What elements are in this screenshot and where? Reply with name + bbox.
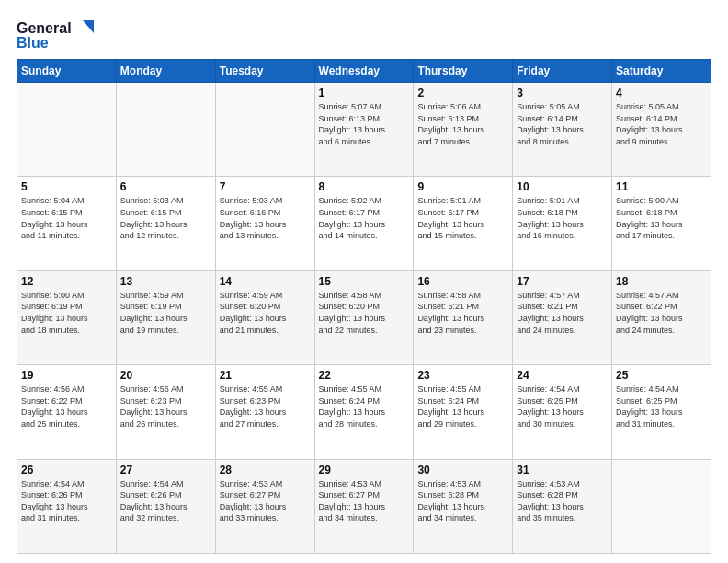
calendar-cell: 5Sunrise: 5:04 AMSunset: 6:15 PMDaylight… (17, 177, 117, 270)
day-info: Sunrise: 4:57 AMSunset: 6:22 PMDaylight:… (616, 290, 707, 336)
day-number: 4 (616, 86, 707, 99)
day-info: Sunrise: 4:54 AMSunset: 6:26 PMDaylight:… (120, 478, 211, 524)
day-number: 24 (517, 369, 608, 382)
day-info: Sunrise: 5:00 AMSunset: 6:19 PMDaylight:… (21, 290, 112, 336)
calendar-week-1: 1Sunrise: 5:07 AMSunset: 6:13 PMDaylight… (17, 83, 711, 177)
day-number: 28 (220, 464, 311, 477)
day-number: 30 (417, 464, 508, 477)
day-info: Sunrise: 4:53 AMSunset: 6:28 PMDaylight:… (517, 478, 608, 524)
day-number: 22 (319, 369, 410, 382)
day-number: 31 (517, 464, 608, 477)
day-number: 14 (220, 275, 311, 288)
calendar-cell: 26Sunrise: 4:54 AMSunset: 6:26 PMDayligh… (17, 459, 117, 553)
day-number: 26 (21, 464, 112, 477)
day-number: 10 (517, 180, 608, 193)
calendar-cell: 8Sunrise: 5:02 AMSunset: 6:17 PMDaylight… (314, 177, 414, 270)
day-info: Sunrise: 5:00 AMSunset: 6:18 PMDaylight:… (616, 195, 707, 241)
day-info: Sunrise: 4:59 AMSunset: 6:20 PMDaylight:… (220, 290, 311, 336)
day-number: 21 (220, 369, 311, 382)
day-number: 17 (517, 275, 608, 288)
calendar-cell: 31Sunrise: 4:53 AMSunset: 6:28 PMDayligh… (513, 459, 612, 553)
day-info: Sunrise: 5:07 AMSunset: 6:13 PMDaylight:… (319, 101, 410, 147)
weekday-header-row: SundayMondayTuesdayWednesdayThursdayFrid… (17, 60, 711, 83)
calendar-cell: 30Sunrise: 4:53 AMSunset: 6:28 PMDayligh… (414, 459, 513, 553)
calendar-cell: 9Sunrise: 5:01 AMSunset: 6:17 PMDaylight… (414, 177, 513, 270)
weekday-header-tuesday: Tuesday (215, 60, 314, 83)
calendar-cell: 12Sunrise: 5:00 AMSunset: 6:19 PMDayligh… (17, 270, 117, 364)
day-number: 25 (616, 369, 707, 382)
day-info: Sunrise: 5:04 AMSunset: 6:15 PMDaylight:… (21, 195, 112, 241)
svg-marker-2 (83, 20, 94, 33)
logo-svg: General Blue (17, 17, 99, 52)
calendar-cell: 23Sunrise: 4:55 AMSunset: 6:24 PMDayligh… (414, 365, 513, 459)
day-info: Sunrise: 5:06 AMSunset: 6:13 PMDaylight:… (417, 101, 508, 147)
calendar-cell (17, 83, 117, 177)
calendar-cell (215, 83, 314, 177)
day-number: 19 (21, 369, 112, 382)
day-info: Sunrise: 4:55 AMSunset: 6:23 PMDaylight:… (220, 384, 311, 430)
day-number: 23 (417, 369, 508, 382)
day-number: 13 (120, 275, 211, 288)
day-info: Sunrise: 5:02 AMSunset: 6:17 PMDaylight:… (319, 195, 410, 241)
calendar-cell: 17Sunrise: 4:57 AMSunset: 6:21 PMDayligh… (513, 270, 612, 364)
day-number: 6 (120, 180, 211, 193)
calendar-cell: 19Sunrise: 4:56 AMSunset: 6:22 PMDayligh… (17, 365, 117, 459)
calendar-cell: 22Sunrise: 4:55 AMSunset: 6:24 PMDayligh… (314, 365, 414, 459)
svg-text:Blue: Blue (17, 35, 49, 51)
calendar-cell: 1Sunrise: 5:07 AMSunset: 6:13 PMDaylight… (314, 83, 414, 177)
calendar-cell: 11Sunrise: 5:00 AMSunset: 6:18 PMDayligh… (612, 177, 711, 270)
day-info: Sunrise: 4:56 AMSunset: 6:22 PMDaylight:… (21, 384, 112, 430)
calendar-cell: 28Sunrise: 4:53 AMSunset: 6:27 PMDayligh… (215, 459, 314, 553)
day-info: Sunrise: 4:59 AMSunset: 6:19 PMDaylight:… (120, 290, 211, 336)
calendar-cell: 29Sunrise: 4:53 AMSunset: 6:27 PMDayligh… (314, 459, 414, 553)
calendar-cell: 16Sunrise: 4:58 AMSunset: 6:21 PMDayligh… (414, 270, 513, 364)
calendar-cell: 27Sunrise: 4:54 AMSunset: 6:26 PMDayligh… (116, 459, 215, 553)
day-number: 18 (616, 275, 707, 288)
day-info: Sunrise: 4:57 AMSunset: 6:21 PMDaylight:… (517, 290, 608, 336)
calendar-week-4: 19Sunrise: 4:56 AMSunset: 6:22 PMDayligh… (17, 365, 711, 459)
day-number: 16 (417, 275, 508, 288)
day-info: Sunrise: 5:01 AMSunset: 6:18 PMDaylight:… (517, 195, 608, 241)
day-number: 15 (319, 275, 410, 288)
day-info: Sunrise: 4:55 AMSunset: 6:24 PMDaylight:… (319, 384, 410, 430)
calendar-cell (116, 83, 215, 177)
calendar-cell: 10Sunrise: 5:01 AMSunset: 6:18 PMDayligh… (513, 177, 612, 270)
day-number: 7 (220, 180, 311, 193)
day-number: 20 (120, 369, 211, 382)
day-info: Sunrise: 4:54 AMSunset: 6:25 PMDaylight:… (517, 384, 608, 430)
calendar-table: SundayMondayTuesdayWednesdayThursdayFrid… (17, 59, 711, 554)
weekday-header-monday: Monday (116, 60, 215, 83)
day-number: 27 (120, 464, 211, 477)
day-info: Sunrise: 5:03 AMSunset: 6:16 PMDaylight:… (220, 195, 311, 241)
calendar-cell: 14Sunrise: 4:59 AMSunset: 6:20 PMDayligh… (215, 270, 314, 364)
weekday-header-thursday: Thursday (414, 60, 513, 83)
calendar-week-2: 5Sunrise: 5:04 AMSunset: 6:15 PMDaylight… (17, 177, 711, 270)
day-info: Sunrise: 5:05 AMSunset: 6:14 PMDaylight:… (517, 101, 608, 147)
svg-text:General: General (17, 20, 72, 36)
day-info: Sunrise: 5:05 AMSunset: 6:14 PMDaylight:… (616, 101, 707, 147)
day-info: Sunrise: 5:01 AMSunset: 6:17 PMDaylight:… (417, 195, 508, 241)
day-info: Sunrise: 5:03 AMSunset: 6:15 PMDaylight:… (120, 195, 211, 241)
calendar-cell: 20Sunrise: 4:56 AMSunset: 6:23 PMDayligh… (116, 365, 215, 459)
calendar-week-5: 26Sunrise: 4:54 AMSunset: 6:26 PMDayligh… (17, 459, 711, 553)
calendar-cell: 7Sunrise: 5:03 AMSunset: 6:16 PMDaylight… (215, 177, 314, 270)
day-info: Sunrise: 4:54 AMSunset: 6:26 PMDaylight:… (21, 478, 112, 524)
day-info: Sunrise: 4:55 AMSunset: 6:24 PMDaylight:… (417, 384, 508, 430)
calendar-cell: 25Sunrise: 4:54 AMSunset: 6:25 PMDayligh… (612, 365, 711, 459)
weekday-header-sunday: Sunday (17, 60, 117, 83)
logo: General Blue (17, 17, 99, 52)
day-number: 3 (517, 86, 608, 99)
day-number: 12 (21, 275, 112, 288)
day-number: 8 (319, 180, 410, 193)
page-header: General Blue (17, 17, 711, 52)
calendar-cell: 21Sunrise: 4:55 AMSunset: 6:23 PMDayligh… (215, 365, 314, 459)
day-number: 2 (417, 86, 508, 99)
weekday-header-friday: Friday (513, 60, 612, 83)
day-info: Sunrise: 4:53 AMSunset: 6:27 PMDaylight:… (220, 478, 311, 524)
day-number: 1 (319, 86, 410, 99)
calendar-cell (612, 459, 711, 553)
calendar-cell: 15Sunrise: 4:58 AMSunset: 6:20 PMDayligh… (314, 270, 414, 364)
day-info: Sunrise: 4:58 AMSunset: 6:21 PMDaylight:… (417, 290, 508, 336)
weekday-header-saturday: Saturday (612, 60, 711, 83)
calendar-cell: 13Sunrise: 4:59 AMSunset: 6:19 PMDayligh… (116, 270, 215, 364)
